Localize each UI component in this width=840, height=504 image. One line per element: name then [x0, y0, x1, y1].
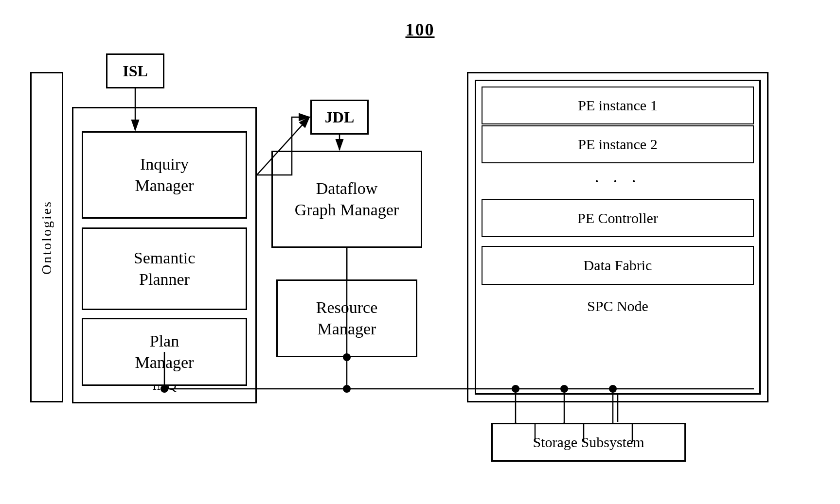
- pe-instance-1-box: PE instance 1: [482, 87, 754, 124]
- spc-node-label: SPC Node: [587, 298, 648, 314]
- storage-subsystem-box: Storage Subsystem: [491, 423, 686, 462]
- data-fabric-box: Data Fabric: [482, 246, 754, 285]
- jdl-label: JDL: [325, 108, 354, 126]
- semantic-planner-label: SemanticPlanner: [134, 247, 196, 290]
- resource-manager-label: ResourceManager: [316, 297, 378, 340]
- pe-controller-box: PE Controller: [482, 199, 754, 237]
- pe-instance-2-label: PE instance 2: [578, 136, 657, 153]
- dots-row: · · ·: [482, 169, 754, 193]
- diagram-title: 100: [406, 19, 435, 40]
- isl-label: ISL: [123, 62, 148, 80]
- pe-instance-1-label: PE instance 1: [578, 97, 657, 114]
- resource-manager-box: ResourceManager: [276, 279, 417, 357]
- data-fabric-label: Data Fabric: [584, 257, 652, 274]
- spc-node-label-box: SPC Node: [482, 292, 754, 321]
- inquiry-manager-box: InquiryManager: [82, 131, 247, 219]
- dataflow-manager-box: DataflowGraph Manager: [271, 151, 422, 248]
- isl-box: ISL: [106, 53, 164, 88]
- plan-manager-label: PlanManager: [135, 330, 194, 373]
- pe-instance-2-box: PE instance 2: [482, 125, 754, 163]
- diagram: 100 Ontologies ISL INQ InquiryManager Se…: [0, 0, 840, 504]
- dots-label: · · ·: [595, 171, 641, 191]
- ontologies-label: Ontologies: [39, 200, 54, 275]
- plan-manager-box: PlanManager: [82, 318, 247, 386]
- inquiry-manager-label: InquiryManager: [135, 154, 194, 196]
- pe-controller-label: PE Controller: [577, 210, 658, 226]
- dataflow-manager-label: DataflowGraph Manager: [295, 178, 399, 221]
- semantic-planner-box: SemanticPlanner: [82, 227, 247, 310]
- svg-point-6: [343, 385, 351, 393]
- ontologies-box: Ontologies: [30, 72, 63, 402]
- jdl-box: JDL: [310, 100, 369, 135]
- storage-subsystem-label: Storage Subsystem: [533, 434, 644, 451]
